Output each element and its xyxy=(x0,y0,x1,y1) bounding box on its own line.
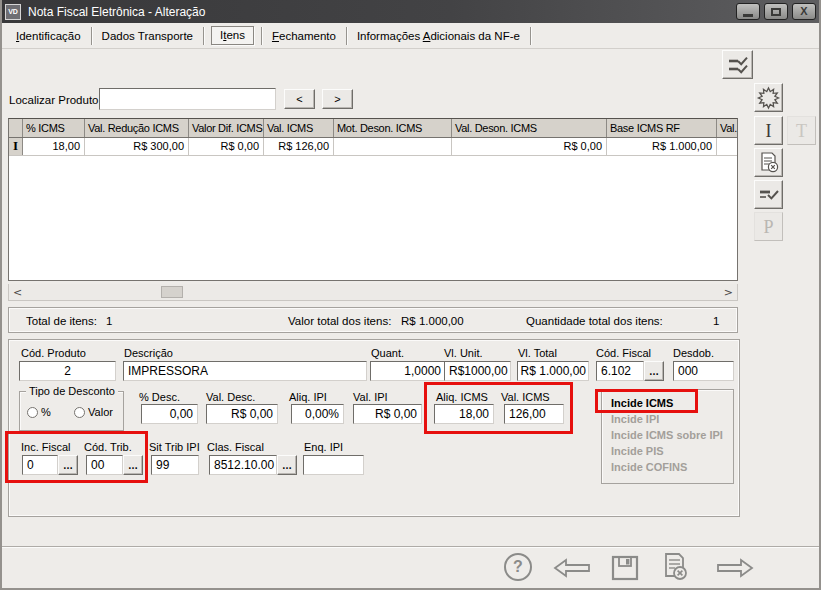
sit-trib-ipi-label: Sit Trib IPI xyxy=(149,441,200,453)
tab-itens[interactable]: Itens xyxy=(211,26,254,45)
grid-column-header[interactable]: Val. xyxy=(717,119,739,137)
arrow-left-icon xyxy=(553,558,591,578)
cod-produto-label: Cód. Produto xyxy=(21,347,86,359)
inc-fiscal-browse-button[interactable]: … xyxy=(58,455,78,475)
sit-trib-ipi-input[interactable]: 99 xyxy=(151,455,199,475)
grid-header-row: % ICMS Val. Redução ICMS Valor Dif. ICMS… xyxy=(9,119,737,138)
minimize-icon xyxy=(743,14,753,17)
cod-trib-browse-button[interactable]: … xyxy=(123,455,143,475)
clas-fiscal-browse-button[interactable]: … xyxy=(277,455,297,475)
clas-fiscal-input[interactable]: 8512.10.00 xyxy=(209,455,277,475)
cod-produto-input[interactable]: 2 xyxy=(19,361,116,381)
totals-panel: Total de itens: 1 Valor total dos itens:… xyxy=(8,307,738,333)
scroll-right-icon[interactable]: > xyxy=(724,286,733,299)
tab-informacoes-adicionais[interactable]: Informações Adicionais da NF-e xyxy=(347,30,530,42)
perc-desc-label: % Desc. xyxy=(139,391,180,403)
grid-cell[interactable] xyxy=(334,138,452,155)
delete-item-button[interactable] xyxy=(754,148,783,177)
forward-button[interactable] xyxy=(716,558,754,578)
descricao-input[interactable]: IMPRESSORA xyxy=(123,361,367,381)
vl-unit-input[interactable]: R$1000,00 xyxy=(444,361,511,381)
grid-cell[interactable]: 18,00 xyxy=(23,138,85,155)
grid-cell[interactable]: R$ 300,00 xyxy=(85,138,189,155)
grid-cell[interactable]: R$ 1.000,00 xyxy=(607,138,717,155)
previous-button[interactable] xyxy=(553,558,591,578)
grid-cell[interactable]: R$ 0,00 xyxy=(189,138,264,155)
scroll-left-icon[interactable]: < xyxy=(13,286,22,299)
tipo-desconto-label: Tipo de Desconto xyxy=(26,385,118,397)
perc-desc-input[interactable]: 0,00 xyxy=(141,404,198,424)
table-button[interactable]: T xyxy=(787,116,816,145)
radio-percent-icon[interactable] xyxy=(27,407,38,418)
next-item-button[interactable]: > xyxy=(322,89,353,109)
document-delete-icon xyxy=(756,150,782,176)
grid-column-header[interactable]: Mot. Deson. ICMS xyxy=(334,119,452,137)
cod-trib-label: Cód. Trib. xyxy=(84,441,132,453)
letter-i-icon: I xyxy=(766,122,772,140)
grid-column-header[interactable]: % ICMS xyxy=(23,119,85,137)
val-icms-input[interactable]: 126,00 xyxy=(504,404,564,424)
confirm-all-button[interactable] xyxy=(722,50,753,79)
grid-cell[interactable] xyxy=(717,138,739,155)
tab-dados-transporte[interactable]: Dados Transporte xyxy=(92,30,203,42)
save-button[interactable] xyxy=(610,553,640,583)
app-icon: VD xyxy=(5,4,21,20)
grid-horizontal-scrollbar[interactable]: < > xyxy=(8,284,738,301)
grid-column-header[interactable]: Val. Deson. ICMS xyxy=(452,119,607,137)
tab-identificacao[interactable]: Identificação xyxy=(6,30,91,42)
vl-total-input[interactable]: R$ 1.000,00 xyxy=(517,361,589,381)
tab-separator xyxy=(203,27,204,45)
aliq-ipi-input[interactable]: 0,00% xyxy=(291,404,344,424)
enq-ipi-input[interactable] xyxy=(303,455,364,475)
cod-trib-input[interactable]: 00 xyxy=(86,455,123,475)
insert-item-button[interactable]: I xyxy=(754,116,783,145)
help-button[interactable]: ? xyxy=(504,553,532,581)
p-button[interactable]: P xyxy=(754,212,783,241)
tab-bar: Identificação Dados Transporte Itens Fec… xyxy=(0,23,821,49)
save-icon xyxy=(610,553,640,583)
row-selector-cell: I xyxy=(9,138,23,155)
scrollbar-thumb[interactable] xyxy=(161,286,183,298)
clas-fiscal-label: Clas. Fiscal xyxy=(207,441,264,453)
cod-fiscal-input[interactable]: 6.102 xyxy=(596,361,644,381)
total-items-label: Total de itens: xyxy=(26,315,97,327)
grid-column-header[interactable]: Val. ICMS xyxy=(264,119,334,137)
inc-fiscal-label: Inc. Fiscal xyxy=(21,441,71,453)
search-label: Localizar Produto xyxy=(9,94,99,106)
val-desc-input[interactable]: R$ 0,00 xyxy=(206,404,278,424)
vl-total-label: Vl. Total xyxy=(518,347,557,359)
tab-fechamento[interactable]: Fechamento xyxy=(262,30,346,42)
inc-fiscal-input[interactable]: 0 xyxy=(22,455,58,475)
grid-cell[interactable]: R$ 0,00 xyxy=(452,138,607,155)
total-qty-value: 1 xyxy=(713,315,719,327)
search-input[interactable] xyxy=(99,88,276,110)
items-grid: % ICMS Val. Redução ICMS Valor Dif. ICMS… xyxy=(8,118,738,281)
grid-column-header[interactable]: Val. Redução ICMS xyxy=(85,119,189,137)
minimize-button[interactable] xyxy=(736,3,760,20)
quant-input[interactable]: 1,0000 xyxy=(370,361,446,381)
grid-data-row[interactable]: I 18,00 R$ 300,00 R$ 0,00 R$ 126,00 R$ 0… xyxy=(9,138,737,156)
confirm-item-button[interactable] xyxy=(754,180,783,209)
enq-ipi-label: Enq. IPI xyxy=(304,441,343,453)
incide-pis-label: Incide PIS xyxy=(602,445,733,461)
radio-valor-icon[interactable] xyxy=(74,407,85,418)
maximize-button[interactable] xyxy=(764,3,788,20)
letter-t-icon: T xyxy=(796,122,807,140)
seal-icon xyxy=(755,84,782,112)
grid-corner-cell xyxy=(9,119,23,137)
radio-valor[interactable]: Valor xyxy=(74,406,113,418)
delete-document-button[interactable] xyxy=(658,551,692,583)
aliq-icms-input[interactable]: 18,00 xyxy=(434,404,494,424)
radio-percent[interactable]: % xyxy=(27,406,51,418)
prev-item-button[interactable]: < xyxy=(284,89,315,109)
grid-column-header[interactable]: Valor Dif. ICMS xyxy=(189,119,264,137)
cod-fiscal-browse-button[interactable]: … xyxy=(644,361,664,381)
desdob-input[interactable]: 000 xyxy=(673,361,734,381)
close-button[interactable]: X xyxy=(792,3,816,20)
seal-button[interactable] xyxy=(754,83,783,112)
grid-column-header[interactable]: Base ICMS RF xyxy=(607,119,717,137)
val-ipi-input[interactable]: R$ 0,00 xyxy=(353,404,422,424)
cursor-icon: I xyxy=(13,138,18,153)
grid-cell[interactable]: R$ 126,00 xyxy=(264,138,334,155)
incide-ipi-label: Incide IPI xyxy=(602,413,733,429)
